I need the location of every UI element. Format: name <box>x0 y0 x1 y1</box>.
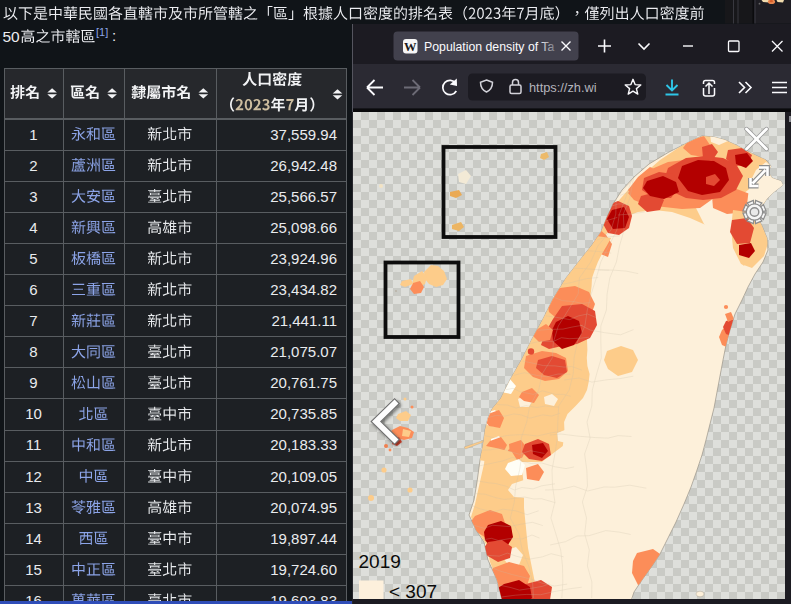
svg-text:Population density of Ta: Population density of Ta <box>424 40 555 54</box>
svg-text:W: W <box>404 40 417 54</box>
svg-text:https://zh.wi: https://zh.wi <box>529 80 597 95</box>
